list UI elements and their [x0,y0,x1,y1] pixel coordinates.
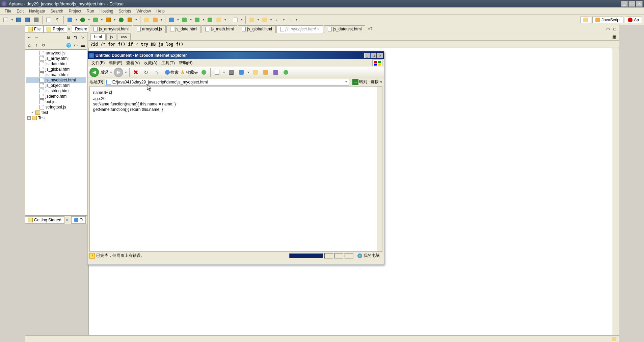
file-tab[interactable]: File [25,25,44,33]
new-button[interactable] [2,16,9,24]
outline-tab[interactable]: O [71,216,86,224]
tree-file[interactable]: js_array.html [26,56,86,61]
menu-scripts[interactable]: Scripts [116,8,134,14]
ie-menu-help[interactable]: 帮助(H) [177,59,195,67]
ie-menu-fav[interactable]: 收藏(A) [142,59,159,67]
pilcrow-button[interactable]: ¶ [54,16,61,24]
tree-file[interactable]: js_math.html [26,72,86,77]
minimize-view-icon[interactable]: ▭ [605,26,611,32]
references-tab[interactable]: Refere [72,25,90,33]
ie-content-area[interactable]: name:旺财 age:20 setName:function(name){ t… [89,86,382,252]
monitor-icon[interactable]: ▭ [73,42,79,48]
ie-history-button[interactable] [199,68,208,77]
ie-menu-tools[interactable]: 工具(T) [159,59,177,67]
ie-home-button[interactable]: ⌂ [152,68,161,77]
wand-button[interactable] [152,16,159,24]
ext2-button[interactable] [126,16,134,24]
snippet-fn[interactable]: f() [118,42,126,47]
menu-project[interactable]: Project [66,8,84,14]
ie-edit-button[interactable] [237,68,246,77]
ie-fwd-dropdown[interactable]: ▼ [125,71,127,74]
play-button[interactable] [117,16,125,24]
box-button[interactable] [215,16,222,24]
drive-icon[interactable]: ▬ [80,42,86,48]
close-tab-icon[interactable]: × [317,26,320,32]
ie-menu-edit[interactable]: 编辑(E) [107,59,124,67]
expand-icon[interactable]: + [31,111,34,114]
ie-favorites-button[interactable]: ★收藏夹 [180,69,198,76]
close-button[interactable]: ✕ [636,1,643,7]
collapse-icon[interactable]: ⊟ [65,34,72,40]
snippet-try[interactable]: try [141,42,148,47]
ie-titlebar[interactable]: Untitled Document - Microsoft Internet E… [88,52,384,59]
ie-back-dropdown[interactable]: ▼ [110,71,112,74]
back-button[interactable]: ← [274,16,281,24]
prev-button[interactable] [261,16,268,24]
search-button[interactable] [232,16,239,24]
menu-file[interactable]: File [2,8,14,14]
up-icon[interactable]: ↑ [33,42,39,48]
project-tree[interactable]: arraytool.js js_array.html js_date.html … [25,49,87,216]
editor-tab[interactable]: js_arraytest.html [90,25,132,33]
cloud-button[interactable] [168,16,175,24]
ie-scrollbar[interactable] [377,87,382,251]
editor-tab[interactable]: js_date.html [166,25,201,33]
snippet-js[interactable]: js [158,42,163,47]
editor-tab[interactable]: js_datetest.html [324,25,365,33]
folder-button[interactable] [143,16,150,24]
editor-tab-active[interactable]: js_myobject.html× [276,25,324,33]
saveall-button[interactable] [24,16,31,24]
tree-folder-test[interactable]: +test [26,110,86,115]
perspective-aptana[interactable]: Ap [625,17,642,23]
back-icon[interactable]: ← [26,34,32,40]
ie-back-button[interactable]: ◄ [89,68,99,77]
maximize-view-icon[interactable]: □ [612,26,618,32]
ie-more-icon[interactable]: » [380,80,382,84]
menu-run[interactable]: Run [84,8,97,14]
tree-file[interactable]: js_date.html [26,61,86,67]
snippet-comment[interactable]: /* [101,42,105,47]
snippet-if[interactable]: if [128,42,133,47]
menu-help[interactable]: Help [154,8,167,14]
ie-research-button[interactable] [271,68,280,77]
ie-search-button[interactable]: 搜索 [165,70,179,75]
snippet-id[interactable]: ?id [90,42,98,47]
tree-file[interactable]: out.js [26,99,86,104]
ie-address-input[interactable]: E:\java0413\day29_javascript\demo\js_myo… [105,79,349,86]
tree-file[interactable]: js_global.html [26,67,86,72]
menu-edit[interactable]: Edit [14,8,26,14]
external-button[interactable] [105,16,112,24]
run-button[interactable] [79,16,86,24]
ie-back-label[interactable]: 后退 [100,70,108,75]
menu-hosting[interactable]: Hosting [97,8,116,14]
ie-minimize-button[interactable]: _ [364,53,370,58]
next-button[interactable] [248,16,256,24]
tree-file[interactable]: arraytool.js [26,50,86,56]
close-icon[interactable]: ✕ [64,218,69,222]
ie-forward-button[interactable]: ► [114,68,123,77]
address-dropdown-icon[interactable]: ▼ [345,80,347,83]
tree-file-selected[interactable]: js_myobject.html [26,77,86,83]
ie-maximize-button[interactable]: □ [371,53,377,58]
show-whitespace-button[interactable] [45,16,52,24]
overview-ruler[interactable] [613,48,619,337]
getting-started-tab[interactable]: Getting Started [25,216,64,224]
tree-file[interactable]: jsdemo.html [26,94,86,99]
tree-file[interactable]: js_object.html [26,83,86,88]
editor-tab[interactable]: js_math.html [202,25,237,33]
editor-tab[interactable]: arraytool.js [133,25,166,33]
refresh-icon[interactable]: ↻ [41,42,47,48]
perspective-javascript[interactable]: JavaScript [592,17,623,23]
fwd-icon[interactable]: → [33,34,39,40]
fwd-button[interactable]: → [287,16,294,24]
menu-navigate[interactable]: Navigate [26,8,48,14]
close-tab-icon[interactable]: ✕ [67,27,71,31]
ie-stop-button[interactable]: ✖ [132,68,140,77]
run-last-button[interactable] [92,16,99,24]
snippet-check[interactable]: ✓ [136,42,138,47]
open-perspective-button[interactable] [580,17,591,23]
menu-icon[interactable]: ▽ [80,34,86,40]
puzzle-button[interactable] [206,16,214,24]
ie-messenger-button[interactable] [281,68,290,77]
subtab-css[interactable]: css [117,33,131,40]
